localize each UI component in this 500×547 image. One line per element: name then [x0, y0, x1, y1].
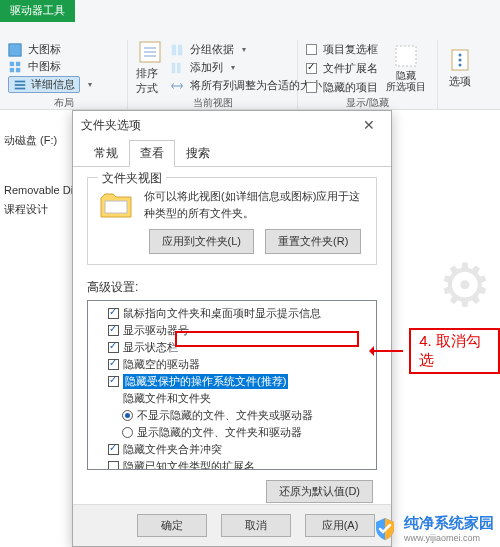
tab-view[interactable]: 查看 — [129, 140, 175, 167]
dialog-titlebar: 文件夹选项 ✕ — [73, 111, 391, 139]
annotation-callout: 4. 取消勾选 — [370, 328, 500, 374]
nav-sidebar: 动磁盘 (F:) Removable Dis 课程设计 — [0, 130, 72, 530]
svg-rect-16 — [396, 46, 416, 66]
svg-rect-15 — [177, 62, 181, 73]
svg-rect-21 — [105, 201, 127, 213]
annotation-text: 4. 取消勾选 — [409, 328, 500, 374]
tree-item[interactable]: 隐藏文件和文件夹 — [94, 390, 370, 407]
tab-general[interactable]: 常规 — [83, 140, 129, 167]
dialog-body: 文件夹视图 你可以将此视图(如详细信息或图标)应用于这种类型的所有文件夹。 应用… — [73, 167, 391, 513]
dialog-title: 文件夹选项 — [81, 117, 141, 134]
apply-button[interactable]: 应用(A) — [305, 514, 375, 537]
svg-rect-2 — [16, 61, 20, 65]
svg-rect-13 — [178, 44, 182, 55]
large-icons-icon — [8, 43, 22, 57]
sort-by-button[interactable]: 排序方式 — [136, 42, 164, 92]
group-show-hide: 项目复选框 文件扩展名 隐藏的项目 隐藏 所选项目 显示/隐藏 — [298, 40, 438, 110]
ribbon: 驱动器工具 管理 大图标 中图标 详细信息 ▾ 布局 — [0, 0, 500, 110]
contextual-tab-title: 驱动器工具 — [0, 0, 75, 22]
arrow-icon — [370, 350, 403, 352]
options-button[interactable]: 选项 — [446, 42, 474, 92]
svg-rect-4 — [16, 67, 20, 71]
hidden-items-toggle[interactable]: 隐藏的项目 — [306, 80, 378, 95]
tab-search[interactable]: 搜索 — [175, 140, 221, 167]
reset-folders-button[interactable]: 重置文件夹(R) — [265, 229, 361, 254]
folder-icon — [98, 188, 134, 224]
checkbox-icon — [306, 82, 317, 93]
watermark-icon — [372, 516, 398, 542]
group-layout-caption: 布局 — [0, 96, 127, 110]
file-extensions-toggle[interactable]: 文件扩展名 — [306, 61, 378, 76]
group-layout: 大图标 中图标 详细信息 ▾ 布局 — [0, 40, 128, 110]
layout-big-icons[interactable]: 大图标 — [8, 42, 119, 57]
watermark-url: www.yijiaomei.com — [404, 533, 494, 543]
svg-rect-14 — [172, 62, 176, 73]
title-tab-area: 驱动器工具 — [0, 0, 75, 22]
svg-rect-3 — [10, 67, 14, 71]
dialog-footer: 确定 取消 应用(A) — [73, 504, 391, 546]
checkbox-icon — [306, 44, 317, 55]
advanced-settings-tree[interactable]: 鼠标指向文件夹和桌面项时显示提示信息 显示驱动器号 显示状态栏 隐藏空的驱动器 … — [87, 300, 377, 470]
sidebar-removable[interactable]: Removable Dis — [0, 181, 72, 199]
tree-item[interactable]: 隐藏空的驱动器 — [94, 356, 370, 373]
tree-item[interactable]: 隐藏已知文件类型的扩展名 — [94, 458, 370, 470]
tree-item[interactable]: 显示驱动器号 — [94, 322, 370, 339]
manage-tab[interactable]: 管理 — [0, 0, 500, 17]
group-options: 选项 — [438, 40, 482, 110]
svg-rect-12 — [172, 44, 176, 55]
svg-point-19 — [459, 58, 462, 61]
sidebar-drive[interactable]: 动磁盘 (F:) — [0, 130, 72, 151]
tree-item[interactable]: 不显示隐藏的文件、文件夹或驱动器 — [94, 407, 370, 424]
tree-item[interactable]: 显示状态栏 — [94, 339, 370, 356]
apply-to-folders-button[interactable]: 应用到文件夹(L) — [149, 229, 254, 254]
group-by-icon — [170, 43, 184, 57]
svg-point-18 — [459, 53, 462, 56]
restore-defaults-button[interactable]: 还原为默认值(D) — [266, 480, 373, 503]
hide-selected-button[interactable]: 隐藏 所选项目 — [386, 42, 426, 92]
add-column-icon — [170, 61, 184, 75]
fit-columns-icon — [170, 79, 184, 93]
ribbon-groups: 大图标 中图标 详细信息 ▾ 布局 排序方式 — [0, 40, 500, 110]
dialog-tabs: 常规 查看 搜索 — [73, 139, 391, 167]
checkbox-icon — [306, 63, 317, 74]
folder-view-text: 你可以将此视图(如详细信息或图标)应用于这种类型的所有文件夹。 应用到文件夹(L… — [144, 188, 366, 254]
close-button[interactable]: ✕ — [355, 117, 383, 133]
group-show-hide-caption: 显示/隐藏 — [298, 96, 437, 110]
ok-button[interactable]: 确定 — [137, 514, 207, 537]
advanced-settings-label: 高级设置: — [87, 279, 377, 296]
layout-more-icon[interactable]: ▾ — [88, 80, 92, 89]
tree-item[interactable]: 显示隐藏的文件、文件夹和驱动器 — [94, 424, 370, 441]
sidebar-course[interactable]: 课程设计 — [0, 199, 72, 220]
watermark: 纯净系统家园 www.yijiaomei.com — [372, 514, 494, 543]
item-checkboxes-toggle[interactable]: 项目复选框 — [306, 42, 378, 57]
medium-icons-icon — [8, 60, 22, 74]
svg-rect-0 — [9, 43, 21, 55]
group-current-view-caption: 当前视图 — [128, 96, 297, 110]
tree-item[interactable]: 鼠标指向文件夹和桌面项时显示提示信息 — [94, 305, 370, 322]
options-icon — [446, 46, 474, 74]
details-icon — [13, 78, 27, 92]
sort-icon — [136, 38, 164, 66]
folder-view-group: 文件夹视图 你可以将此视图(如详细信息或图标)应用于这种类型的所有文件夹。 应用… — [87, 177, 377, 265]
layout-details[interactable]: 详细信息 ▾ — [8, 76, 119, 93]
group-current-view: 排序方式 分组依据▾ 添加列▾ 将所有列调整为合适的大小 当前视图 — [128, 40, 298, 110]
folder-view-legend: 文件夹视图 — [98, 170, 166, 187]
layout-medium-icons[interactable]: 中图标 — [8, 59, 119, 74]
watermark-text: 纯净系统家园 — [404, 514, 494, 533]
background-watermark: ⚙ — [438, 250, 492, 320]
hide-selected-icon — [392, 42, 420, 70]
svg-rect-1 — [10, 61, 14, 65]
cancel-button[interactable]: 取消 — [221, 514, 291, 537]
tree-item-protected-os-files[interactable]: 隐藏受保护的操作系统文件(推荐) — [94, 373, 370, 390]
tree-item[interactable]: 隐藏文件夹合并冲突 — [94, 441, 370, 458]
svg-point-20 — [459, 63, 462, 66]
folder-options-dialog: 文件夹选项 ✕ 常规 查看 搜索 文件夹视图 你可以将此视图(如详细信息或图标)… — [72, 110, 392, 547]
